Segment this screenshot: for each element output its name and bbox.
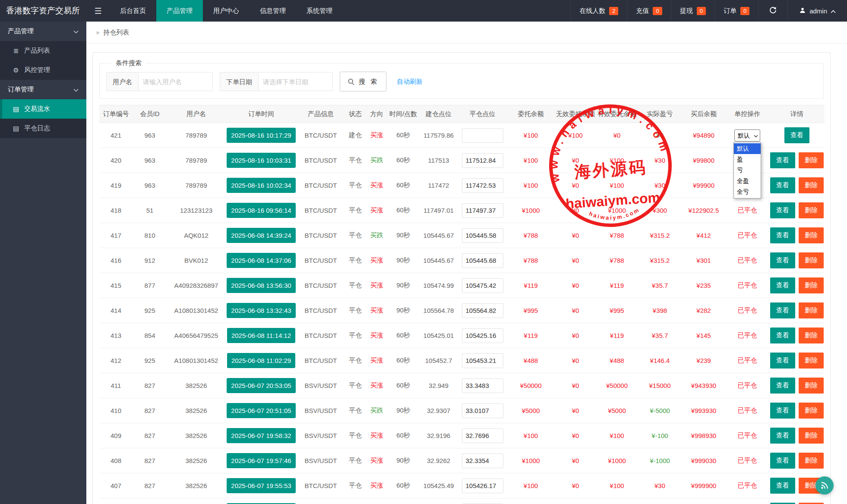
view-button[interactable]: 查看 bbox=[770, 177, 795, 193]
sidebar-item-风控管理[interactable]: ⚙风控管理 bbox=[0, 60, 86, 80]
top-menu-item[interactable]: 系统管理 bbox=[296, 0, 343, 22]
admin-menu[interactable]: admin bbox=[787, 0, 847, 22]
close-point-input[interactable] bbox=[462, 454, 503, 468]
direction-label: 买涨 bbox=[370, 432, 383, 439]
close-point-cell bbox=[458, 448, 507, 473]
invalid-entrust-value: ¥0 bbox=[572, 432, 579, 439]
top-menu-item[interactable]: 用户中心 bbox=[203, 0, 250, 22]
username-input[interactable] bbox=[139, 72, 213, 91]
valid-entrust-value: ¥5000 bbox=[608, 407, 626, 414]
view-button[interactable]: 查看 bbox=[770, 453, 795, 469]
balance-after: ¥943930 bbox=[682, 373, 725, 398]
dropdown-option-全盈[interactable]: 全盈 bbox=[734, 176, 761, 186]
page-title: 持仓列表 bbox=[103, 28, 129, 36]
close-point-input[interactable] bbox=[462, 228, 503, 243]
username: 789789 bbox=[167, 148, 225, 173]
view-button[interactable]: 查看 bbox=[784, 127, 809, 143]
close-point-input[interactable] bbox=[462, 128, 503, 143]
close-point-input[interactable] bbox=[462, 153, 503, 168]
dropdown-option-全亏[interactable]: 全亏 bbox=[734, 186, 761, 197]
close-point-input[interactable] bbox=[462, 178, 503, 193]
valid-entrust-balance: ¥0 bbox=[596, 123, 638, 148]
order-id: 410 bbox=[99, 398, 133, 423]
view-button[interactable]: 查看 bbox=[770, 378, 795, 394]
stat-充值[interactable]: 充值0 bbox=[627, 0, 670, 22]
view-button[interactable]: 查看 bbox=[770, 428, 795, 444]
view-button[interactable]: 查看 bbox=[770, 252, 795, 268]
sidebar-submenu: ≣产品列表⚙风控管理 bbox=[0, 41, 86, 80]
delete-button[interactable]: 删除 bbox=[799, 202, 824, 218]
entry-point: 105474.99 bbox=[419, 273, 458, 298]
close-point-input[interactable] bbox=[462, 353, 503, 368]
view-button[interactable]: 查看 bbox=[770, 353, 795, 369]
delete-button[interactable]: 删除 bbox=[799, 277, 824, 293]
hamburger-menu-icon[interactable]: ☰ bbox=[86, 0, 110, 22]
close-point-input[interactable] bbox=[462, 428, 503, 443]
stat-订单[interactable]: 订单0 bbox=[714, 0, 758, 22]
close-point-input[interactable] bbox=[462, 479, 503, 493]
delete-button[interactable]: 删除 bbox=[799, 403, 824, 419]
delete-button[interactable]: 删除 bbox=[799, 378, 824, 394]
duration: 90秒 bbox=[387, 398, 419, 423]
top-menu-item[interactable]: 信息管理 bbox=[250, 0, 296, 22]
close-point-input[interactable] bbox=[462, 378, 503, 393]
balance-after: ¥239 bbox=[682, 348, 725, 373]
product: BTC/USDT bbox=[297, 273, 344, 298]
auto-refresh-link[interactable]: 自动刷新 bbox=[397, 78, 423, 86]
sidebar-group-产品管理[interactable]: 产品管理 bbox=[0, 22, 86, 41]
close-point-cell bbox=[458, 173, 507, 198]
detail-cell: 查看删除 bbox=[769, 273, 825, 298]
sidebar-item-交易流水[interactable]: ▤交易流水 bbox=[0, 99, 86, 119]
stat-提现[interactable]: 提现0 bbox=[671, 0, 714, 22]
view-button[interactable]: 查看 bbox=[770, 302, 795, 318]
closed-label: 已平仓 bbox=[738, 381, 757, 389]
view-button[interactable]: 查看 bbox=[770, 478, 795, 494]
column-header-10: 委托余额 bbox=[507, 105, 555, 123]
duration: 60秒 bbox=[387, 173, 419, 198]
view-button[interactable]: 查看 bbox=[770, 277, 795, 293]
entry-point: 105564.78 bbox=[419, 298, 458, 323]
delete-button[interactable]: 删除 bbox=[799, 177, 824, 193]
dropdown-option-盈[interactable]: 盈 bbox=[734, 154, 761, 165]
view-button[interactable]: 查看 bbox=[770, 328, 795, 343]
sidebar-group-订单管理[interactable]: 订单管理 bbox=[0, 80, 86, 99]
sidebar-item-产品列表[interactable]: ≣产品列表 bbox=[0, 41, 86, 60]
table-row-414: 414925A108013014522025-06-08 13:32:43BTC… bbox=[99, 298, 825, 323]
dropdown-option-默认[interactable]: 默认 bbox=[734, 143, 761, 154]
control-select[interactable]: 默认 bbox=[734, 129, 760, 142]
top-menu-item[interactable]: 后台首页 bbox=[110, 0, 156, 22]
entrust-balance-value: ¥119 bbox=[524, 282, 537, 289]
close-point-input[interactable] bbox=[462, 403, 503, 418]
actual-profit: ¥-1000 bbox=[638, 448, 682, 473]
floating-action-button[interactable] bbox=[815, 476, 834, 495]
delete-button[interactable]: 删除 bbox=[799, 428, 824, 444]
close-point-input[interactable] bbox=[462, 203, 503, 218]
balance-after-value: ¥145 bbox=[696, 332, 711, 339]
delete-button[interactable]: 删除 bbox=[799, 453, 824, 469]
stat-在线人数[interactable]: 在线人数2 bbox=[570, 0, 627, 22]
close-point-input[interactable] bbox=[462, 303, 503, 318]
order-date-input[interactable] bbox=[259, 72, 333, 91]
delete-button[interactable]: 删除 bbox=[799, 328, 824, 343]
close-point-input[interactable] bbox=[462, 253, 503, 268]
sidebar-item-平仓日志[interactable]: ▤平仓日志 bbox=[0, 119, 86, 138]
dropdown-option-亏[interactable]: 亏 bbox=[734, 165, 761, 176]
detail-cell: 查看 bbox=[769, 123, 825, 148]
refresh-button[interactable] bbox=[758, 0, 787, 22]
view-button[interactable]: 查看 bbox=[770, 403, 795, 419]
delete-button[interactable]: 删除 bbox=[799, 152, 824, 168]
close-point-input[interactable] bbox=[462, 278, 503, 293]
entrust-balance-value: ¥100 bbox=[524, 182, 538, 189]
valid-entrust-balance: ¥50000 bbox=[596, 373, 638, 398]
view-button[interactable]: 查看 bbox=[770, 202, 795, 218]
delete-button[interactable]: 删除 bbox=[799, 353, 824, 369]
top-menu-item[interactable]: 产品管理 bbox=[156, 0, 203, 22]
delete-button[interactable]: 删除 bbox=[799, 252, 824, 268]
view-button[interactable]: 查看 bbox=[770, 152, 795, 168]
search-button[interactable]: 搜 索 bbox=[340, 72, 386, 91]
view-button[interactable]: 查看 bbox=[770, 227, 795, 243]
close-point-input[interactable] bbox=[462, 328, 503, 343]
delete-button[interactable]: 删除 bbox=[799, 227, 824, 243]
delete-button[interactable]: 删除 bbox=[799, 302, 824, 318]
entry-point: 117497.01 bbox=[419, 198, 458, 223]
